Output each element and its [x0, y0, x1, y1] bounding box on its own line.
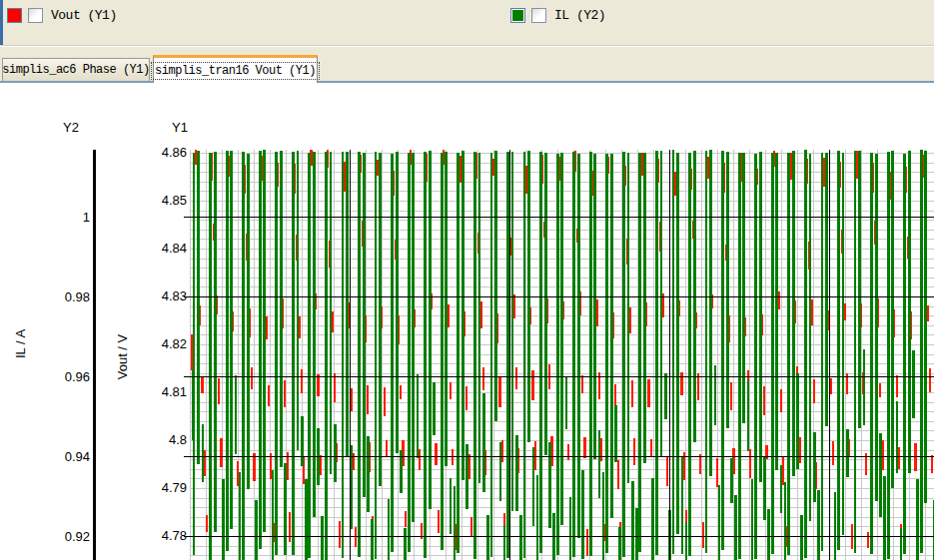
vout-legend-label: Vout (Y1): [51, 8, 117, 23]
y1-tick-label: 4.81: [0, 384, 187, 400]
y1-tick-label: 4.84: [0, 241, 187, 257]
tab-simplis-ac6-phase[interactable]: simplis_ac6 Phase (Y1): [2, 58, 150, 81]
y1-tick-label: 4.86: [0, 145, 187, 161]
simetrix-waveform-viewer: Vout (Y1) IL (Y2) simplis_ac6 Phase (Y1)…: [0, 0, 934, 560]
y1-tick-label: 4.8: [0, 432, 187, 448]
y1-tick-label: 4.79: [0, 480, 187, 496]
il-legend-label: IL (Y2): [554, 8, 605, 23]
il-visibility-checkbox[interactable]: [531, 8, 546, 23]
splitter-grip[interactable]: [0, 0, 3, 46]
y1-axis-header: Y1: [0, 120, 188, 135]
y1-tick-label: 4.82: [0, 336, 187, 352]
il-color-swatch-icon: [510, 8, 525, 23]
y2-tick-label: 0.92: [0, 529, 90, 545]
y2-tick-label: 0.96: [0, 369, 90, 385]
y2-tick-label: 1: [0, 210, 90, 226]
y1-tick-label: 4.85: [0, 193, 187, 209]
legend-item-il: IL (Y2): [510, 7, 605, 24]
vout-visibility-checkbox[interactable]: [28, 8, 43, 23]
legend-item-vout: Vout (Y1): [7, 7, 117, 24]
tab-label: simplis_tran16 Vout (Y1): [152, 63, 319, 79]
y2-tick-label: 0.98: [0, 289, 90, 305]
y2-tick-label: 0.94: [0, 449, 90, 465]
waveform-canvas: [184, 150, 934, 560]
vout-color-swatch-icon: [7, 8, 22, 23]
plot-area[interactable]: [184, 150, 934, 560]
legend-bar: Vout (Y1) IL (Y2): [0, 0, 934, 45]
y2-axis-line: [93, 150, 96, 560]
tab-simplis-tran16-vout[interactable]: simplis_tran16 Vout (Y1): [153, 55, 318, 83]
tab-label: simplis_ac6 Phase (Y1): [2, 63, 149, 77]
